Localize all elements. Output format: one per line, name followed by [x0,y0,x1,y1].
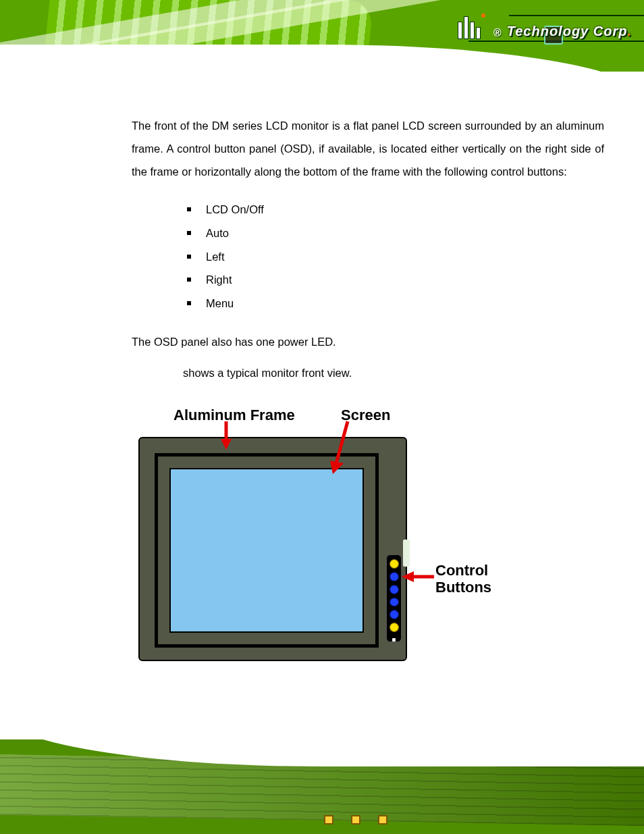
svg-marker-1 [221,439,232,450]
osd-button-icon [390,610,399,619]
page-footer-banner [0,739,644,834]
svg-marker-5 [402,571,414,582]
figure-label-buttons: ControlButtons [435,562,491,596]
iei-logo-icon [458,16,485,39]
brand-logo: ® Technology Corp. [458,16,632,39]
svg-line-2 [336,421,348,466]
control-button-list: LCD On/Off Auto Left Right Menu [187,198,604,315]
arrow-frame-icon [213,419,253,452]
arrow-buttons-icon [400,569,441,589]
list-item: Auto [187,221,604,245]
osd-button-icon [390,585,399,594]
page-content: The front of the DM series LCD monitor i… [132,115,604,697]
list-item: Right [187,268,604,292]
power-led-paragraph: The OSD panel also has one power LED. [132,333,604,350]
monitor-figure: Aluminum Frame Screen ControlButtons [125,407,591,697]
list-item: Menu [187,292,604,315]
osd-button-icon [390,559,399,569]
page-header-banner: ® Technology Corp. [0,0,644,72]
intro-paragraph: The front of the DM series LCD monitor i… [132,115,604,183]
control-button-strip [386,554,402,642]
osd-button-icon [390,598,399,607]
power-led-icon [392,638,396,642]
figure-lead-paragraph: shows a typical monitor front view. [183,367,604,380]
osd-button-icon [390,572,399,581]
brand-registered: ® [493,27,502,39]
svg-marker-3 [330,461,344,474]
arrow-screen-icon [327,419,368,479]
monitor-screen [169,468,364,633]
list-item: Left [187,245,604,269]
brand-text: Technology Corp. [507,24,632,39]
osd-button-icon [390,623,399,632]
list-item: LCD On/Off [187,198,604,221]
